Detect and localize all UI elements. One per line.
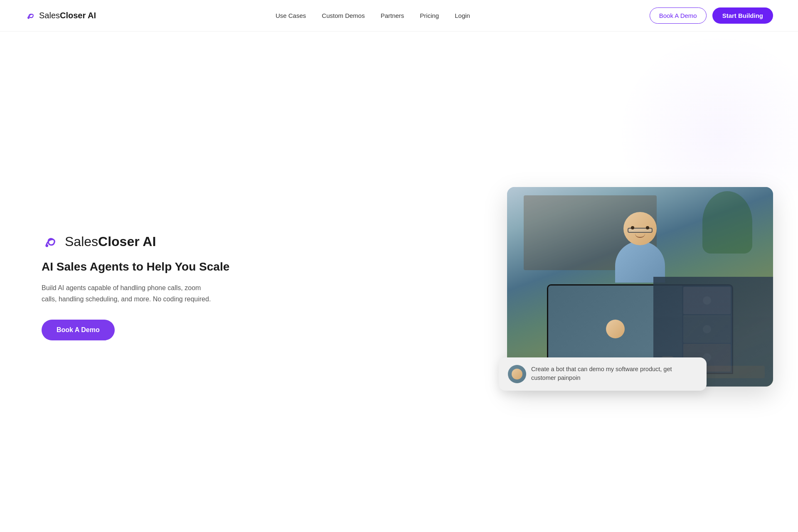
hero-brand-icon — [42, 233, 60, 251]
main-nav: SalesCloser AI Use Cases Custom Demos Pa… — [0, 0, 798, 32]
chat-message-text: Create a bot that can demo my software p… — [531, 365, 697, 383]
nav-login[interactable]: Login — [455, 12, 470, 19]
svg-point-0 — [28, 17, 30, 19]
chat-avatar — [508, 365, 526, 383]
nav-partners[interactable]: Partners — [381, 12, 404, 19]
shirt — [615, 241, 665, 283]
speaker-head — [623, 212, 657, 245]
svg-point-1 — [46, 244, 48, 247]
brand-logo[interactable]: SalesCloser AI — [25, 10, 96, 22]
hero-cta-button[interactable]: Book A Demo — [42, 320, 115, 340]
hero-content-left: SalesCloser AI AI Sales Agents to Help Y… — [42, 233, 229, 340]
book-demo-button[interactable]: Book A Demo — [650, 7, 707, 24]
nav-custom-demos[interactable]: Custom Demos — [322, 12, 365, 19]
background-scene — [507, 187, 773, 387]
video-call-simulation — [507, 187, 773, 387]
hero-description: Build AI agents capable of handling phon… — [42, 283, 216, 305]
hero-brand-text: SalesCloser AI — [65, 234, 156, 249]
hero-content-right: Create a bot that can demo my software p… — [490, 187, 773, 387]
hero-screenshot — [507, 187, 773, 387]
nav-pricing[interactable]: Pricing — [420, 12, 439, 19]
logo-icon — [25, 10, 37, 22]
hero-headline: AI Sales Agents to Help You Scale — [42, 259, 229, 274]
chat-bubble: Create a bot that can demo my software p… — [499, 357, 707, 391]
avatar-face — [512, 369, 522, 379]
logo-text: SalesCloser AI — [39, 11, 96, 20]
plant-decor — [702, 191, 752, 254]
eye-right — [646, 226, 649, 229]
hero-image-container: Create a bot that can demo my software p… — [507, 187, 773, 387]
hero-brand: SalesCloser AI — [42, 233, 229, 251]
eye-left — [631, 226, 634, 229]
avatar-inner — [508, 365, 526, 383]
start-building-button[interactable]: Start Building — [712, 7, 773, 24]
nav-links: Use Cases Custom Demos Partners Pricing … — [276, 12, 470, 20]
hero-section: SalesCloser AI AI Sales Agents to Help Y… — [0, 32, 798, 532]
nav-actions: Book A Demo Start Building — [650, 7, 773, 24]
smile — [635, 234, 645, 238]
nav-use-cases[interactable]: Use Cases — [276, 12, 306, 19]
laptop-main-face — [606, 320, 625, 338]
